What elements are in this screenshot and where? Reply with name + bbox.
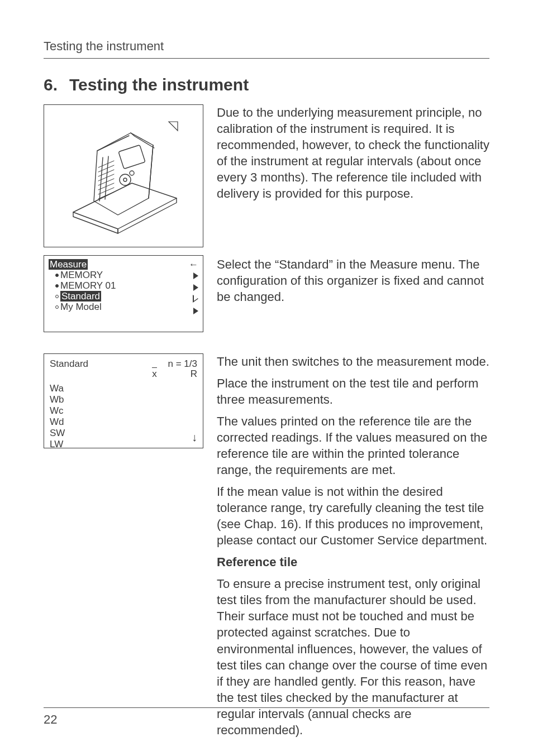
section-title: Testing the instrument bbox=[69, 75, 249, 94]
bullet-icon bbox=[55, 295, 59, 298]
section-number: 6. bbox=[44, 75, 69, 94]
menu-item-label: MEMORY 01 bbox=[60, 280, 116, 291]
section-heading: 6. Testing the instrument bbox=[44, 75, 489, 94]
menu-item-label: Standard bbox=[60, 291, 101, 302]
page: Testing the instrument 6. Testing the in… bbox=[0, 0, 533, 756]
svg-point-1 bbox=[130, 171, 134, 175]
menu-item-mymodel: My Model bbox=[55, 302, 198, 312]
meas-row: SW bbox=[50, 428, 197, 439]
measure-menu-panel: Measure MEMORY MEMORY 01 Standard My Mod… bbox=[44, 255, 203, 332]
triangle-right-icon bbox=[193, 284, 198, 291]
bullet-icon bbox=[55, 274, 59, 277]
measurement-n: n = 1/3 bbox=[168, 358, 197, 370]
menu-item-label: My Model bbox=[60, 302, 102, 312]
menu-right-icons: ← bbox=[189, 259, 198, 317]
running-title: Testing the instrument bbox=[44, 39, 164, 53]
measurement-top-row: Standard n = 1/3 bbox=[50, 358, 197, 370]
meas-row: Wb bbox=[50, 394, 197, 405]
menu-title: Measure bbox=[49, 259, 198, 270]
left-column: Measure MEMORY MEMORY 01 Standard My Mod… bbox=[44, 104, 209, 744]
bullet-icon bbox=[55, 284, 59, 288]
meas-paragraph-2: Place the instrument on the test tile an… bbox=[217, 375, 489, 408]
measurement-sub-row: x R bbox=[50, 369, 197, 380]
arrow-down-icon: ↓ bbox=[192, 431, 197, 444]
measurement-title: Standard bbox=[50, 358, 88, 370]
right-column: Due to the underlying measurement princi… bbox=[217, 104, 489, 744]
r-label: R bbox=[191, 369, 197, 380]
page-number: 22 bbox=[44, 712, 57, 726]
meas-paragraph-4: If the mean value is not within the desi… bbox=[217, 484, 489, 548]
arrow-left-icon: ← bbox=[189, 259, 198, 270]
intro-paragraph: Due to the underlying measurement princi… bbox=[217, 104, 489, 247]
menu-item-label: MEMORY bbox=[60, 270, 103, 280]
triangle-right-icon bbox=[193, 308, 198, 314]
meas-row: LW bbox=[50, 439, 197, 450]
measurement-panel: Standard n = 1/3 x R Wa Wb Wc Wd SW bbox=[44, 353, 203, 448]
xbar-label: x bbox=[152, 369, 157, 380]
content-area: Measure MEMORY MEMORY 01 Standard My Mod… bbox=[44, 104, 489, 744]
reference-tile-heading: Reference tile bbox=[217, 554, 489, 570]
page-footer: 22 bbox=[44, 707, 489, 727]
menu-title-text: Measure bbox=[49, 259, 88, 270]
meas-row: Wc bbox=[50, 405, 197, 417]
spacer bbox=[44, 338, 209, 353]
menu-item-memory: MEMORY bbox=[55, 270, 198, 280]
meas-row: Wa bbox=[50, 383, 197, 394]
menu-item-standard: Standard bbox=[55, 291, 198, 302]
triangle-right-outline-inner bbox=[194, 295, 198, 301]
measurement-rows: Wa Wb Wc Wd SW LW bbox=[50, 383, 197, 450]
bullet-icon bbox=[55, 305, 59, 309]
menu-items: MEMORY MEMORY 01 Standard My Model bbox=[49, 270, 198, 312]
meas-paragraph-3: The values printed on the reference tile… bbox=[217, 413, 489, 478]
meas-row: Wd bbox=[50, 417, 197, 428]
device-illustration-panel bbox=[44, 104, 203, 247]
menu-paragraph: Select the “Standard” in the Measure men… bbox=[217, 253, 489, 348]
meas-paragraph-1: The unit then switches to the measuremen… bbox=[217, 353, 489, 370]
triangle-right-icon bbox=[193, 272, 198, 279]
svg-point-3 bbox=[123, 178, 127, 181]
svg-rect-0 bbox=[118, 145, 145, 169]
running-header: Testing the instrument bbox=[44, 39, 489, 59]
menu-item-memory01: MEMORY 01 bbox=[55, 280, 198, 291]
svg-point-2 bbox=[120, 174, 131, 185]
device-icon bbox=[65, 117, 182, 235]
